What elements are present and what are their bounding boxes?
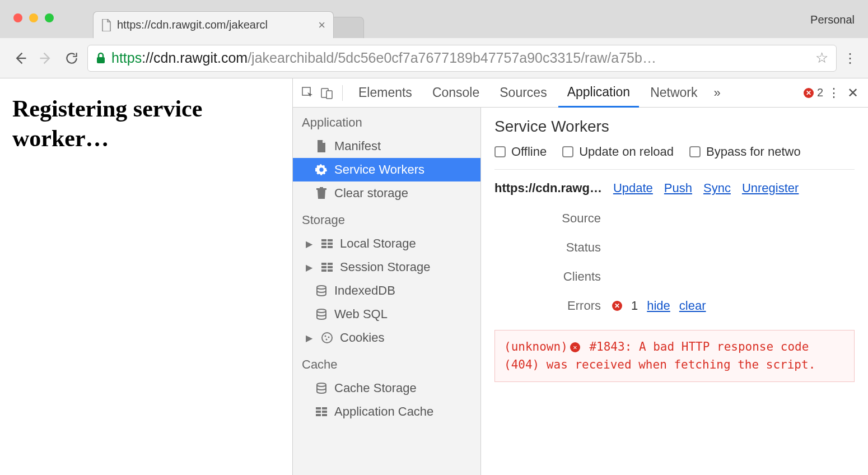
page-heading: Registering service worker… bbox=[12, 94, 280, 153]
sidebar-group-application: Application bbox=[293, 108, 480, 134]
error-icon: ✕ bbox=[804, 88, 814, 98]
url-text: https://cdn.rawgit.com/jakearchibald/5dc… bbox=[111, 50, 656, 66]
svg-rect-12 bbox=[321, 263, 326, 265]
sw-errors-label: Errors bbox=[494, 299, 612, 313]
svg-rect-3 bbox=[326, 91, 332, 99]
svg-rect-13 bbox=[328, 263, 333, 265]
browser-tab[interactable]: https://cdn.rawgit.com/jakearcl × bbox=[93, 11, 334, 38]
svg-rect-14 bbox=[321, 266, 326, 268]
sw-origin-row: https://cdn.rawg… Update Push Sync Unreg… bbox=[494, 181, 855, 195]
trash-icon bbox=[315, 187, 328, 199]
sidebar-item-application-cache[interactable]: Application Cache bbox=[293, 400, 480, 423]
svg-rect-9 bbox=[328, 243, 333, 245]
devtools-close-icon[interactable]: ✕ bbox=[844, 85, 861, 101]
sidebar-item-local-storage[interactable]: ▶ Local Storage bbox=[293, 232, 480, 255]
sidebar-item-cookies[interactable]: ▶ Cookies bbox=[293, 326, 480, 350]
profile-label[interactable]: Personal bbox=[810, 13, 855, 26]
sw-unregister-link[interactable]: Unregister bbox=[742, 181, 799, 195]
devtools-settings-icon[interactable]: ⋮ bbox=[825, 85, 842, 101]
sw-update-on-reload-checkbox[interactable]: Update on reload bbox=[562, 145, 674, 159]
svg-rect-11 bbox=[328, 246, 333, 248]
tab-title: https://cdn.rawgit.com/jakearcl bbox=[117, 18, 312, 31]
window-titlebar: https://cdn.rawgit.com/jakearcl × Person… bbox=[0, 0, 868, 38]
devtools-tab-elements[interactable]: Elements bbox=[349, 78, 421, 108]
database-icon bbox=[315, 382, 328, 394]
svg-rect-28 bbox=[322, 411, 327, 413]
back-button[interactable] bbox=[10, 48, 30, 68]
sw-push-link[interactable]: Push bbox=[664, 181, 692, 195]
sidebar-group-storage: Storage bbox=[293, 205, 480, 232]
svg-rect-8 bbox=[321, 243, 326, 245]
table-icon bbox=[321, 261, 333, 273]
devtools-toolbar: Elements Console Sources Application Net… bbox=[293, 78, 868, 108]
sidebar-item-manifest[interactable]: Manifest bbox=[293, 134, 480, 158]
browser-menu-button[interactable]: ⋮ bbox=[842, 50, 858, 66]
sidebar-item-session-storage[interactable]: ▶ Session Storage bbox=[293, 255, 480, 279]
cookie-icon bbox=[321, 332, 333, 344]
sidebar-item-cache-storage[interactable]: Cache Storage bbox=[293, 376, 480, 400]
caret-right-icon: ▶ bbox=[305, 262, 313, 273]
devtools-tab-console[interactable]: Console bbox=[423, 78, 488, 108]
bookmark-star-icon[interactable]: ☆ bbox=[815, 49, 828, 67]
svg-rect-5 bbox=[320, 187, 323, 188]
devtools-content: Service Workers Offline Update on reload… bbox=[481, 108, 868, 475]
sidebar-item-indexeddb[interactable]: IndexedDB bbox=[293, 279, 480, 302]
devtools-tab-application[interactable]: Application bbox=[558, 78, 640, 108]
inspect-element-icon[interactable] bbox=[300, 85, 316, 101]
svg-rect-7 bbox=[328, 239, 333, 241]
window-controls bbox=[0, 0, 54, 22]
svg-point-22 bbox=[328, 337, 330, 338]
devtools-panel: Elements Console Sources Application Net… bbox=[292, 78, 868, 475]
svg-rect-15 bbox=[328, 266, 333, 268]
devtools-more-tabs-icon[interactable]: » bbox=[709, 85, 726, 101]
tab-close-icon[interactable]: × bbox=[318, 18, 325, 32]
sw-errors-clear-link[interactable]: clear bbox=[679, 299, 706, 313]
lock-icon bbox=[96, 52, 106, 64]
sw-error-count: 1 bbox=[631, 299, 638, 313]
devtools-tab-network[interactable]: Network bbox=[641, 78, 706, 108]
reload-button[interactable] bbox=[62, 48, 82, 68]
service-workers-title: Service Workers bbox=[494, 118, 855, 136]
document-icon bbox=[315, 140, 328, 152]
svg-rect-16 bbox=[321, 269, 326, 272]
sw-errors-hide-link[interactable]: hide bbox=[647, 299, 670, 313]
new-tab-button[interactable] bbox=[330, 17, 364, 38]
sidebar-item-web-sql[interactable]: Web SQL bbox=[293, 302, 480, 326]
sw-sync-link[interactable]: Sync bbox=[703, 181, 731, 195]
svg-rect-4 bbox=[316, 188, 326, 190]
close-window-button[interactable] bbox=[13, 13, 22, 22]
sw-update-link[interactable]: Update bbox=[613, 181, 653, 195]
error-icon: ✕ bbox=[570, 342, 580, 352]
svg-rect-0 bbox=[97, 57, 105, 63]
sw-error-message: (unknown)✕ #1843: A bad HTTP response co… bbox=[494, 330, 855, 382]
svg-point-23 bbox=[326, 339, 328, 341]
svg-rect-26 bbox=[322, 407, 327, 409]
svg-point-20 bbox=[322, 333, 332, 343]
svg-point-19 bbox=[317, 309, 326, 313]
svg-point-18 bbox=[317, 286, 326, 289]
minimize-window-button[interactable] bbox=[29, 13, 38, 22]
error-icon: ✕ bbox=[612, 301, 622, 311]
sidebar-item-clear-storage[interactable]: Clear storage bbox=[293, 181, 480, 205]
sw-errors-row: ✕ 1 hide clear bbox=[612, 299, 855, 313]
table-icon bbox=[315, 406, 328, 418]
sw-origin: https://cdn.rawg… bbox=[494, 181, 602, 195]
maximize-window-button[interactable] bbox=[45, 13, 54, 22]
sw-bypass-network-checkbox[interactable]: Bypass for netwo bbox=[689, 145, 801, 159]
forward-button[interactable] bbox=[36, 48, 56, 68]
page-content: Registering service worker… bbox=[0, 78, 292, 475]
database-icon bbox=[315, 285, 328, 297]
sw-status-label: Status bbox=[494, 240, 612, 255]
device-toggle-icon[interactable] bbox=[319, 85, 335, 101]
sw-offline-checkbox[interactable]: Offline bbox=[494, 145, 547, 159]
sw-options-row: Offline Update on reload Bypass for netw… bbox=[494, 145, 855, 170]
address-bar[interactable]: https://cdn.rawgit.com/jakearchibald/5dc… bbox=[87, 45, 837, 72]
browser-toolbar: https://cdn.rawgit.com/jakearchibald/5dc… bbox=[0, 38, 868, 78]
devtools-sidebar: Application Manifest Service Workers Cle… bbox=[293, 108, 481, 475]
sidebar-item-service-workers[interactable]: Service Workers bbox=[293, 158, 480, 181]
svg-point-21 bbox=[325, 336, 326, 337]
page-icon bbox=[101, 19, 111, 31]
devtools-tab-sources[interactable]: Sources bbox=[491, 78, 556, 108]
devtools-error-count[interactable]: ✕ 2 bbox=[804, 86, 823, 99]
sidebar-group-cache: Cache bbox=[293, 350, 480, 376]
